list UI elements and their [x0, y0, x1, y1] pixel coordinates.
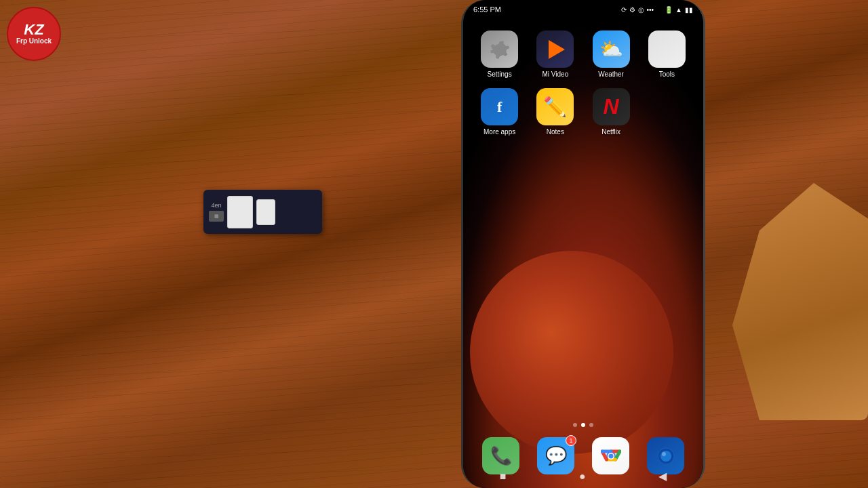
mivideo-label: Mi Video: [542, 70, 569, 78]
app-empty: [641, 85, 693, 139]
moreapps-label: More apps: [484, 128, 515, 136]
netflix-n: N: [604, 94, 619, 119]
app-weather[interactable]: ⛅ Weather: [585, 27, 637, 81]
status-icons: ⟳ ⚙ ◎ ••• 🔋 ▲ ▮▮: [621, 6, 693, 14]
app-settings[interactable]: Settings: [473, 27, 526, 81]
phone-icon: 📞: [490, 445, 512, 466]
kz-logo: KZ Frp Unlock: [7, 7, 61, 61]
page-dots: [573, 423, 593, 427]
settings-status-icon: ⚙: [629, 6, 635, 14]
notes-icon: ✏️: [536, 88, 574, 125]
sim-tray: 4en ▦: [203, 190, 322, 234]
settings-icon: [481, 30, 518, 68]
app-tools[interactable]: Tools: [641, 27, 693, 81]
wifi-icon: ▲: [675, 6, 682, 14]
svg-point-6: [660, 451, 671, 462]
netflix-icon: N: [593, 88, 630, 125]
status-bar: 6:55 PM ⟳ ⚙ ◎ ••• 🔋 ▲ ▮▮: [463, 0, 703, 19]
svg-point-7: [662, 452, 666, 456]
weather-emoji: ⛅: [599, 38, 623, 60]
weather-label: Weather: [598, 70, 624, 78]
notes-emoji: ✏️: [543, 96, 567, 118]
page-dot-1: [573, 423, 577, 427]
moreapps-icon: f: [481, 88, 518, 125]
nav-recents[interactable]: ◀: [658, 470, 667, 483]
app-netflix[interactable]: N Netflix: [585, 85, 637, 139]
messages-icon: 💬: [545, 445, 567, 466]
messages-badge: 1: [566, 435, 576, 446]
empty-slot: [648, 88, 686, 125]
settings-label: Settings: [488, 70, 512, 78]
tools-label: Tools: [659, 70, 675, 78]
app-notes[interactable]: ✏️ Notes: [529, 85, 581, 139]
sim-slot-1: [227, 196, 253, 228]
sim-label: 4en: [211, 202, 221, 209]
frp-label: Frp Unlock: [16, 37, 52, 45]
facebook-f: f: [497, 98, 502, 116]
location-icon: ◎: [638, 6, 644, 14]
svg-point-4: [608, 453, 613, 458]
signal-icon: ▮▮: [685, 6, 693, 14]
mivideo-icon: [536, 30, 574, 68]
app-moreapps[interactable]: f More apps: [473, 85, 526, 139]
netflix-label: Netflix: [601, 128, 620, 136]
page-dot-3: [589, 423, 593, 427]
sync-icon: ⟳: [621, 6, 627, 14]
tools-icon: [648, 30, 686, 68]
app-mivideo[interactable]: Mi Video: [529, 27, 581, 81]
phone-device: 6:55 PM ⟳ ⚙ ◎ ••• 🔋 ▲ ▮▮: [461, 0, 705, 488]
sim-slot-2: [256, 199, 275, 225]
nav-back[interactable]: ■: [500, 470, 507, 483]
chrome-icon: [601, 446, 621, 466]
wood-grain-overlay: [0, 0, 868, 488]
sim-chip: ▦: [214, 214, 219, 219]
more-icon: •••: [647, 6, 654, 14]
mars-planet: [470, 251, 673, 454]
app-grid: Settings Mi Video ⛅ Weather: [470, 24, 696, 142]
notes-label: Notes: [547, 128, 564, 136]
kz-initials: KZ: [24, 22, 43, 37]
status-time: 6:55 PM: [473, 5, 501, 14]
phone-screen: 6:55 PM ⟳ ⚙ ◎ ••• 🔋 ▲ ▮▮: [463, 0, 703, 488]
security-icon: [656, 446, 676, 466]
page-dot-2: [581, 423, 585, 427]
battery-icon: 🔋: [665, 6, 673, 14]
nav-bar: ■ ● ◀: [463, 468, 703, 488]
weather-icon: ⛅: [593, 30, 630, 68]
nav-home[interactable]: ●: [579, 470, 586, 483]
